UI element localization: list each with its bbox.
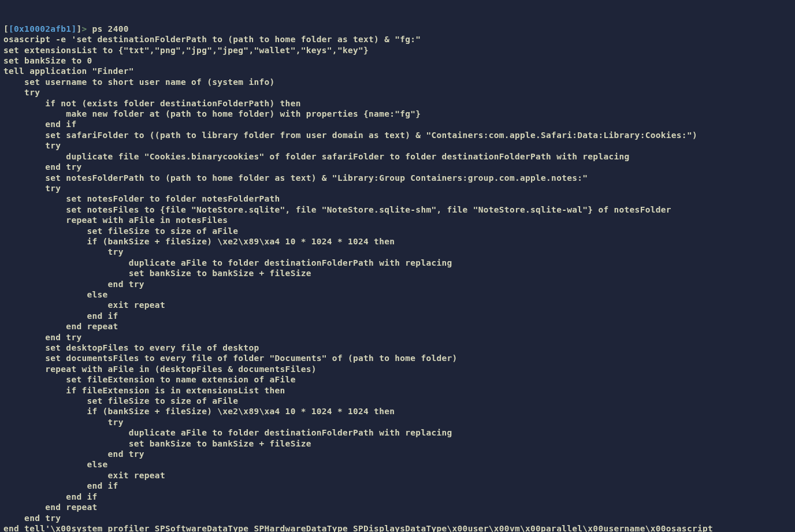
prompt-gt: > bbox=[81, 24, 87, 34]
terminal-output: [[0x10002afb1]]> ps 2400 osascript -e 's… bbox=[3, 24, 792, 532]
code-block: osascript -e 'set destinationFolderPath … bbox=[3, 34, 792, 532]
command-text: ps 2400 bbox=[92, 24, 129, 34]
prompt-address: [0x10002afb1] bbox=[9, 24, 76, 34]
prompt-bracket-open: [ bbox=[3, 24, 9, 34]
